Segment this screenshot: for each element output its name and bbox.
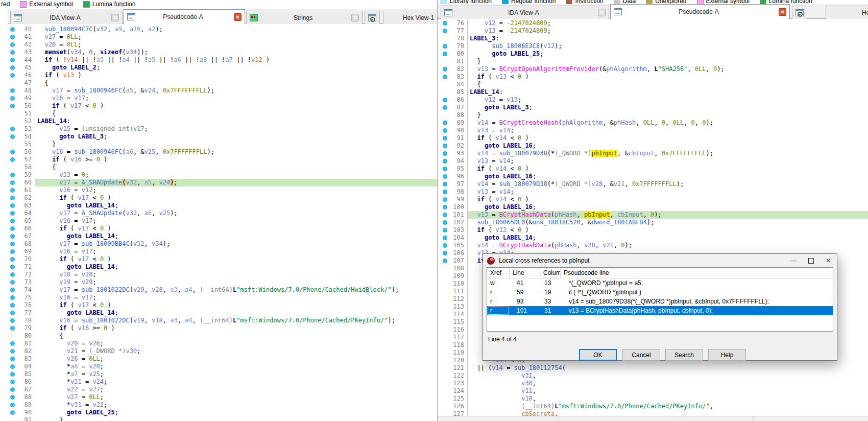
breakpoint-gutter[interactable] <box>8 401 16 409</box>
code-text[interactable]: if ( v13 < 0 ) <box>468 226 868 234</box>
code-line[interactable]: 103 if ( v13 < 0 ) <box>438 226 868 234</box>
code-line[interactable]: 124 v11, <box>438 387 868 395</box>
code-line[interactable]: 104 goto LABEL_14; <box>438 234 868 242</box>
breakpoint-dot[interactable] <box>443 236 447 240</box>
code-line[interactable]: 91 } <box>0 416 437 421</box>
breakpoint-gutter[interactable] <box>441 88 449 96</box>
code-text[interactable]: || (v14 = sub_180112754( <box>468 364 868 372</box>
code-line[interactable]: 64 v17 = A_SHAUpdate(v32, a6, v25); <box>0 209 437 217</box>
breakpoint-gutter[interactable] <box>441 165 449 173</box>
code-line[interactable]: 99 if ( v14 < 0 ) <box>438 196 868 203</box>
breakpoint-gutter[interactable] <box>8 332 16 340</box>
breakpoint-gutter[interactable] <box>441 334 449 341</box>
breakpoint-dot[interactable] <box>10 203 15 208</box>
cancel-button[interactable]: Cancel <box>622 349 660 361</box>
code-text[interactable]: v13 = -2147024809; <box>468 27 868 35</box>
breakpoint-gutter[interactable] <box>441 234 449 242</box>
tab-hex-view-1[interactable]: Hex View-1 <box>826 6 868 19</box>
breakpoint-gutter[interactable] <box>441 349 449 357</box>
breakpoint-gutter[interactable] <box>441 180 449 188</box>
code-text[interactable]: v17 = A_SHAUpdate(v32, a5, v24); <box>35 179 437 186</box>
code-text[interactable]: goto LABEL_14; <box>35 202 437 209</box>
code-line[interactable]: 71 goto LABEL_14; <box>0 263 437 271</box>
code-text[interactable]: v15 = (unsigned int)v17; <box>35 125 437 133</box>
code-line[interactable]: 85LABEL_14: <box>438 88 868 96</box>
breakpoint-gutter[interactable] <box>8 125 16 133</box>
code-line[interactable]: 122 v31, <box>438 372 868 380</box>
breakpoint-gutter[interactable] <box>441 311 449 318</box>
code-text[interactable]: v13 = BCryptOpenAlgorithmProvider(&phAlg… <box>468 65 868 73</box>
breakpoint-gutter[interactable] <box>441 173 449 180</box>
code-text[interactable]: v19 = v29; <box>35 278 437 286</box>
breakpoint-dot[interactable] <box>443 220 447 225</box>
breakpoint-dot[interactable] <box>443 105 447 110</box>
breakpoint-dot[interactable] <box>443 228 447 232</box>
code-text[interactable]: v33 = 0; <box>35 171 437 179</box>
code-text[interactable]: goto LABEL_14; <box>468 234 868 242</box>
breakpoint-gutter[interactable] <box>8 240 16 248</box>
breakpoint-gutter[interactable] <box>8 409 16 416</box>
breakpoint-gutter[interactable] <box>441 242 449 249</box>
breakpoint-dot[interactable] <box>10 372 15 377</box>
code-text[interactable]: *v31 = v22; <box>35 401 437 409</box>
breakpoint-gutter[interactable] <box>441 188 449 196</box>
breakpoint-gutter[interactable] <box>8 179 16 186</box>
breakpoint-gutter[interactable] <box>8 194 16 202</box>
code-text[interactable]: v16 = sub_1801022DC(v19, v18, a3, a4, (_… <box>35 317 437 324</box>
breakpoint-dot[interactable] <box>443 167 447 171</box>
breakpoint-gutter[interactable] <box>8 72 16 79</box>
code-line[interactable]: 105 v14 = BCryptHashData(phHash, v28, v2… <box>438 242 868 249</box>
breakpoint-dot[interactable] <box>443 52 447 56</box>
code-text[interactable]: v17 = A_SHAUpdate(v32, a6, v25); <box>35 209 437 217</box>
code-line[interactable]: 58 { <box>0 163 437 171</box>
breakpoint-dot[interactable] <box>443 136 447 141</box>
breakpoint-gutter[interactable] <box>8 340 16 347</box>
code-text[interactable]: v21 = (_DWORD *)v30; <box>35 347 437 355</box>
tab-close-icon[interactable]: ✕ <box>111 14 119 21</box>
breakpoint-dot[interactable] <box>443 121 447 125</box>
breakpoint-gutter[interactable] <box>441 157 449 165</box>
breakpoint-dot[interactable] <box>10 58 15 62</box>
breakpoint-gutter[interactable] <box>8 163 16 171</box>
breakpoint-gutter[interactable] <box>441 150 449 157</box>
maximize-button[interactable] <box>802 254 819 267</box>
code-text[interactable]: v13 = v14; <box>468 127 868 134</box>
xref-header-cell[interactable]: Pseudocode line <box>561 268 833 278</box>
code-line[interactable]: 70 if ( v17 < 0 ) <box>0 255 437 263</box>
code-text[interactable]: v12 = -2147024809; <box>468 19 868 27</box>
breakpoint-dot[interactable] <box>10 380 15 384</box>
code-text[interactable]: if ( v14 < 0 ) <box>468 196 868 203</box>
code-line[interactable]: 90 v13 = v14; <box>438 127 868 134</box>
code-text[interactable]: *a8 = v20; <box>35 363 437 370</box>
code-line[interactable]: 59 v33 = 0; <box>0 171 437 179</box>
breakpoint-gutter[interactable] <box>441 403 449 410</box>
code-line[interactable]: 83 if ( v13 < 0 ) <box>438 73 868 81</box>
breakpoint-gutter[interactable] <box>441 219 449 226</box>
tab-pseudocode-a[interactable]: Pseudocode-A✕ <box>124 9 245 24</box>
code-line[interactable]: 65 v16 = v17; <box>0 217 437 225</box>
code-text[interactable]: goto LABEL_14; <box>35 309 437 317</box>
code-text[interactable]: v14 = sub_180079D38(*(_QWORD *)pbInput, … <box>468 150 868 157</box>
breakpoint-dot[interactable] <box>10 226 15 231</box>
breakpoint-gutter[interactable] <box>441 127 449 134</box>
code-text[interactable]: v18 = v28; <box>35 271 437 278</box>
breakpoint-dot[interactable] <box>10 318 15 323</box>
breakpoint-dot[interactable] <box>10 311 15 315</box>
code-line[interactable]: 79 if ( v16 >= 0 ) <box>0 324 437 332</box>
code-line[interactable]: 95 if ( v14 < 0 ) <box>438 165 868 173</box>
code-line[interactable]: 62 if ( v17 < 0 ) <box>0 194 437 202</box>
code-line[interactable]: 91 if ( v14 < 0 ) <box>438 134 868 142</box>
code-text[interactable]: v13 = v14; <box>468 188 868 196</box>
tab-close-icon[interactable]: ✕ <box>598 9 606 16</box>
code-line[interactable]: 50 if ( v17 < 0 ) <box>0 102 437 110</box>
breakpoint-gutter[interactable] <box>441 35 449 42</box>
code-line[interactable]: 86 *v21 = v24; <box>0 378 437 386</box>
code-line[interactable]: 89 *v31 = v22; <box>0 401 437 409</box>
breakpoint-gutter[interactable] <box>8 278 16 286</box>
code-text[interactable]: v14 = sub_180079D38(*(_QWORD *)v28, &v21… <box>468 180 868 188</box>
breakpoint-dot[interactable] <box>10 180 15 185</box>
code-text[interactable]: if ( v17 < 0 ) <box>35 255 437 263</box>
code-text[interactable]: LABEL_14: <box>35 118 437 125</box>
breakpoint-gutter[interactable] <box>8 248 16 255</box>
breakpoint-gutter[interactable] <box>8 209 16 217</box>
